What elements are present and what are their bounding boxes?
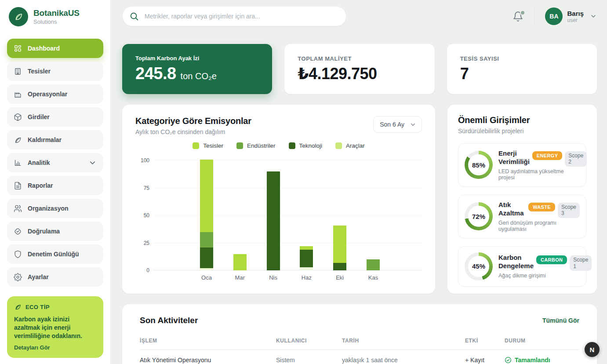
emissions-chart-card: Kategoriye Göre Emisyonlar Aylık ton CO₂… bbox=[122, 105, 435, 294]
sidebar-item-denetim-gunlugu[interactable]: Denetim Günlüğü bbox=[7, 244, 103, 264]
sidebar-nav: DashboardTesislerOperasyonlarGirdilerKal… bbox=[7, 39, 103, 287]
bar-Eki[interactable] bbox=[333, 226, 346, 271]
user-name: Barış bbox=[567, 10, 584, 17]
bar-Kas[interactable] bbox=[367, 259, 380, 270]
initiative-card[interactable]: 45%Karbon DengelemeCARBONScope 1Ağaç dik… bbox=[458, 246, 586, 287]
chart-header-text: Kategoriye Göre Emisyonlar Aylık ton CO₂… bbox=[135, 116, 251, 135]
sidebar-item-kaldirmalar[interactable]: Kaldırmalar bbox=[7, 130, 103, 149]
status-label: Tamamlandı bbox=[515, 357, 550, 364]
sidebar-item-analitik[interactable]: Analitik bbox=[7, 153, 103, 172]
cell-etki: + Kayıt bbox=[465, 357, 505, 364]
avatar[interactable]: BA bbox=[545, 7, 563, 25]
time-range-select[interactable]: Son 6 Ay bbox=[373, 116, 422, 133]
stat-value: 245.8ton CO₂e bbox=[135, 64, 259, 83]
legend-label: Araçlar bbox=[346, 142, 365, 149]
sidebar-item-ayarlar[interactable]: Ayarlar bbox=[7, 267, 103, 287]
brand-text: BotanikaUS Solutions bbox=[33, 8, 80, 25]
topbar-right: BA Barış user bbox=[512, 7, 597, 25]
bar-segment-Araçlar bbox=[300, 267, 313, 271]
initiative-description: Geri dönüşüm programı uygulaması bbox=[498, 220, 580, 232]
sidebar-item-raporlar[interactable]: Raporlar bbox=[7, 176, 103, 195]
initiative-body: Enerji VerimliliğiENERGYScope 2LED aydın… bbox=[498, 149, 580, 181]
chart-column-Kas: Kas bbox=[367, 160, 380, 270]
column-header: ETKİ bbox=[465, 338, 505, 344]
legend-item-Tesisler: Tesisler bbox=[193, 142, 223, 149]
notification-badge bbox=[520, 10, 525, 15]
shield-icon bbox=[14, 250, 22, 258]
column-header: DURUM bbox=[505, 338, 579, 344]
bar-segment-Tesisler bbox=[333, 226, 346, 263]
dev-indicator-button[interactable]: N bbox=[585, 342, 600, 357]
table-header: İŞLEMKULLANICITARİHETKİDURUM bbox=[140, 338, 579, 350]
content-row: Kategoriye Göre Emisyonlar Aylık ton CO₂… bbox=[122, 105, 597, 294]
sidebar-item-label: Denetim Günlüğü bbox=[28, 251, 79, 258]
sidebar-item-tesisler[interactable]: Tesisler bbox=[7, 62, 103, 81]
chart-header: Kategoriye Göre Emisyonlar Aylık ton CO₂… bbox=[135, 116, 422, 135]
user-meta: Barış user bbox=[567, 10, 584, 23]
initiative-description: Ağaç dikme girişimi bbox=[498, 273, 580, 279]
scope-badge: Scope 2 bbox=[565, 151, 587, 167]
x-axis-label: Mar bbox=[235, 274, 245, 281]
topbar: BA Barış user bbox=[122, 6, 597, 26]
scope-badge: Scope 1 bbox=[570, 255, 592, 271]
leaf-icon bbox=[14, 12, 23, 22]
cell-tarih: yaklaşık 1 saat önce bbox=[342, 357, 465, 364]
divider bbox=[534, 8, 534, 25]
initiative-card[interactable]: 72%Atık AzaltmaWASTEScope 3Geri dönüşüm … bbox=[458, 195, 586, 238]
activities-title: Son Aktiviteler bbox=[140, 316, 198, 325]
brand: BotanikaUS Solutions bbox=[7, 6, 103, 27]
eco-tip-details-link[interactable]: Detayları Gör bbox=[14, 344, 96, 351]
category-badge: CARBON bbox=[536, 255, 567, 264]
chart-column-Oca: Oca bbox=[200, 160, 213, 270]
chevron-down-icon[interactable] bbox=[590, 13, 597, 20]
brand-logo bbox=[9, 7, 28, 26]
eco-tip-text: Karbon ayak izinizi azaltmak için enerji… bbox=[14, 315, 96, 340]
brand-name: BotanikaUS bbox=[33, 8, 80, 18]
bar-Mar[interactable] bbox=[233, 254, 247, 271]
category-badge: ENERGY bbox=[532, 151, 562, 160]
search-input[interactable] bbox=[122, 6, 346, 26]
bar-Haz[interactable] bbox=[300, 246, 313, 270]
chart-column-Eki: Eki bbox=[333, 160, 346, 270]
chart-subtitle: Aylık ton CO₂e cinsinden dağılım bbox=[135, 128, 251, 135]
app-window: BotanikaUS Solutions DashboardTesislerOp… bbox=[0, 0, 607, 364]
stat-value: ₺4.129.750 bbox=[298, 65, 421, 83]
sidebar-item-girdiler[interactable]: Girdiler bbox=[7, 107, 103, 127]
initiative-badges: CARBONScope 1 bbox=[536, 254, 592, 271]
legend-swatch bbox=[193, 142, 199, 149]
stat-label: TESİS SAYISI bbox=[460, 55, 584, 62]
x-axis-label: Nis bbox=[269, 274, 277, 281]
chart-bars: OcaMarNisHazEkiKas bbox=[153, 160, 422, 270]
leaf-icon bbox=[14, 136, 22, 144]
initiative-description: LED aydınlatma yükseltme projesi bbox=[498, 168, 580, 181]
sidebar-item-organizasyon[interactable]: Organizasyon bbox=[7, 199, 103, 218]
sidebar-item-operasyonlar[interactable]: Operasyonlar bbox=[7, 84, 103, 104]
view-all-link[interactable]: Tümünü Gör bbox=[542, 317, 579, 324]
y-tick-label: 75 bbox=[138, 185, 149, 192]
legend-item-Teknoloji: Teknoloji bbox=[289, 142, 323, 149]
initiative-name: Karbon Dengeleme bbox=[498, 254, 534, 270]
bar-Nis[interactable] bbox=[267, 171, 280, 270]
bar-segment-Teknoloji bbox=[200, 248, 213, 269]
notifications-button[interactable] bbox=[512, 11, 523, 22]
sidebar-item-label: Girdiler bbox=[28, 113, 50, 120]
legend-item-Araçlar: Araçlar bbox=[335, 142, 365, 149]
bar-segment-Teknoloji bbox=[333, 263, 346, 271]
sidebar-item-label: Ayarlar bbox=[28, 273, 49, 280]
stat-label: Toplam Karbon Ayak İzi bbox=[135, 55, 259, 62]
initiative-card[interactable]: 85%Enerji VerimliliğiENERGYScope 2LED ay… bbox=[458, 143, 586, 187]
y-tick-label: 50 bbox=[138, 212, 149, 219]
chart-column-Haz: Haz bbox=[300, 160, 313, 270]
sidebar-item-dogrulama[interactable]: Doğrulama bbox=[7, 222, 103, 241]
status-badge: Tamamlandı bbox=[505, 357, 579, 364]
x-axis-label: Kas bbox=[368, 274, 378, 281]
eco-tip-header: ECO TİP bbox=[14, 303, 96, 311]
stat-card-0: Toplam Karbon Ayak İzi245.8ton CO₂e bbox=[122, 44, 272, 94]
table-row[interactable]: Atık Yönetimi OperasyonuSistemyaklaşık 1… bbox=[140, 350, 579, 364]
sidebar-item-dashboard[interactable]: Dashboard bbox=[7, 39, 103, 58]
bar-Oca[interactable] bbox=[200, 160, 213, 271]
stat-label: TOPLAM MALİYET bbox=[298, 55, 421, 62]
initiatives-subtitle: Sürdürülebilirlik projeleri bbox=[458, 127, 586, 135]
initiative-body: Atık AzaltmaWASTEScope 3Geri dönüşüm pro… bbox=[498, 201, 580, 232]
progress-percent: 72% bbox=[465, 202, 493, 230]
